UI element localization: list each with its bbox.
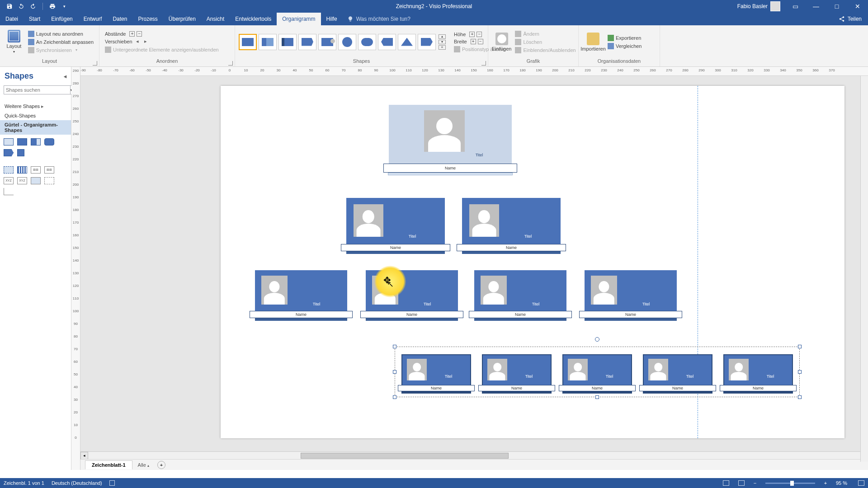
ribbon-tab-start[interactable]: Start [24, 13, 46, 25]
stencil-shape[interactable] [17, 149, 24, 156]
shape-style-1[interactable] [239, 34, 257, 50]
user-account[interactable]: Fabio Basler [733, 1, 785, 11]
shapes-category[interactable]: Weitere Shapes [0, 102, 71, 111]
stencil-shape[interactable] [17, 166, 27, 174]
relayout-button[interactable]: Layout neu anordnen [26, 30, 95, 38]
org-card-ceo[interactable]: Titel [389, 105, 512, 166]
org-name-bar[interactable]: Name [341, 244, 450, 251]
shape-style-8[interactable] [378, 34, 396, 50]
gallery-up-icon[interactable]: ▴ [439, 34, 446, 39]
stencil-shape[interactable] [31, 177, 41, 184]
shape-style-9[interactable] [398, 34, 416, 50]
org-name-bar[interactable]: Name [579, 311, 682, 318]
zoom-in-icon[interactable]: + [822, 480, 829, 486]
stencil-shape[interactable]: ⊞⊞ [31, 166, 41, 174]
zoom-level[interactable]: 95 % [836, 480, 847, 486]
sel-handle[interactable] [393, 370, 396, 374]
stencil-shape[interactable] [4, 166, 14, 174]
shape-style-5[interactable] [318, 34, 336, 50]
org-name-bar[interactable]: Name [250, 311, 353, 318]
sel-handle[interactable] [595, 395, 599, 399]
stencil-shape[interactable] [4, 149, 14, 156]
sel-handle[interactable] [798, 370, 802, 374]
h-scrollbar[interactable]: ◂ ▸ [80, 451, 868, 459]
sel-handle[interactable] [393, 345, 396, 348]
macro-record-icon[interactable] [109, 480, 115, 486]
shape-style-10[interactable] [418, 34, 436, 50]
sel-handle[interactable] [798, 345, 802, 348]
save-icon[interactable] [5, 2, 14, 10]
ribbon-tab-datei[interactable]: Datei [0, 13, 24, 25]
ribbon-tab-ansicht[interactable]: Ansicht [201, 13, 230, 25]
stencil-shape[interactable] [17, 138, 27, 145]
shape-search[interactable]: ▾ → [4, 85, 67, 94]
collapse-pane-icon[interactable]: ◂ [64, 73, 66, 80]
dialog-launcher-icon[interactable] [228, 61, 233, 66]
dialog-launcher-icon[interactable] [481, 61, 486, 66]
minimize-icon[interactable]: — [806, 0, 826, 13]
ribbon-tab-hilfe[interactable]: Hilfe [321, 13, 343, 25]
shape-style-4[interactable] [298, 34, 316, 50]
shapes-category[interactable]: Gürtel - Organigramm-Shapes [0, 120, 71, 135]
ribbon-tab-prozess[interactable]: Prozess [132, 13, 163, 25]
qat-customize-icon[interactable]: ▾ [60, 2, 68, 10]
v-scrollbar[interactable] [860, 76, 868, 462]
shape-style-6[interactable] [338, 34, 356, 50]
normal-view-icon[interactable] [738, 480, 745, 486]
stencil-shape[interactable] [44, 138, 54, 145]
maximize-icon[interactable]: □ [826, 0, 847, 13]
close-icon[interactable]: ✕ [847, 0, 868, 13]
org-name-bar[interactable]: Name [360, 311, 463, 318]
org-name-bar[interactable]: Name [457, 244, 566, 251]
ribbon-tab-einfügen[interactable]: Einfügen [46, 13, 78, 25]
all-pages[interactable]: Alle ▴ [133, 461, 154, 469]
selection-rect[interactable] [395, 347, 800, 397]
status-language[interactable]: Deutsch (Deutschland) [52, 480, 102, 486]
shape-style-3[interactable] [278, 34, 297, 50]
stencil-shape[interactable] [4, 188, 14, 195]
spacing-control[interactable]: Abstände +− [103, 31, 231, 37]
layout-button[interactable]: Layout ▾ [4, 28, 24, 56]
presentation-view-icon[interactable] [723, 480, 729, 486]
org-name-bar[interactable]: Name [469, 311, 572, 318]
ribbon-tab-überprüfen[interactable]: Überprüfen [163, 13, 201, 25]
shape-style-2[interactable] [259, 34, 277, 50]
shapes-category[interactable]: Quick-Shapes [0, 111, 71, 120]
org-card[interactable]: Titel [474, 270, 566, 314]
fit-page-button[interactable]: An Zeichenblatt anpassen [26, 38, 95, 46]
stencil-shape[interactable]: ⊞⊞ [44, 166, 54, 174]
import-button[interactable]: Importieren [582, 28, 604, 56]
insert-picture-button[interactable]: Einfügen [492, 28, 511, 56]
org-name-bar[interactable]: Name [383, 164, 517, 173]
export-button[interactable]: Exportieren [606, 34, 644, 42]
shape-search-input[interactable] [4, 85, 70, 94]
stencil-shape[interactable]: XYZ [4, 177, 14, 184]
org-card[interactable]: Titel [585, 270, 677, 314]
zoom-out-icon[interactable]: − [752, 480, 758, 486]
rotate-handle[interactable] [595, 337, 599, 342]
redo-icon[interactable] [29, 2, 37, 10]
org-card[interactable]: Titel [462, 198, 561, 247]
org-card[interactable]: Titel [255, 270, 347, 314]
move-left-icon[interactable]: ◂ [134, 38, 141, 45]
stencil-shape[interactable] [44, 177, 54, 184]
gallery-more-icon[interactable]: ≡ [439, 45, 446, 50]
share-button[interactable]: Teilen [832, 13, 868, 25]
spacing-minus[interactable]: − [137, 31, 142, 37]
dialog-launcher-icon[interactable] [93, 61, 97, 66]
scroll-left-icon[interactable]: ◂ [80, 452, 88, 460]
undo-icon[interactable] [17, 2, 25, 10]
move-right-icon[interactable]: ▸ [142, 38, 149, 45]
spacing-plus[interactable]: + [129, 31, 135, 37]
sheet-tab[interactable]: Zeichenblatt-1 [85, 460, 132, 469]
ribbon-tab-entwurf[interactable]: Entwurf [78, 13, 108, 25]
scroll-track[interactable] [88, 452, 860, 460]
fit-window-icon[interactable] [858, 480, 864, 486]
print-icon[interactable] [48, 2, 57, 10]
add-page-icon[interactable]: + [157, 461, 165, 469]
move-control[interactable]: Verschieben ◂ ▸ [103, 38, 231, 45]
ribbon-tab-daten[interactable]: Daten [107, 13, 132, 25]
zoom-slider[interactable] [765, 483, 815, 484]
ribbon-tab-organigramm[interactable]: Organigramm [277, 13, 321, 25]
shape-style-gallery[interactable]: ▴ ▾ ≡ [239, 34, 446, 50]
